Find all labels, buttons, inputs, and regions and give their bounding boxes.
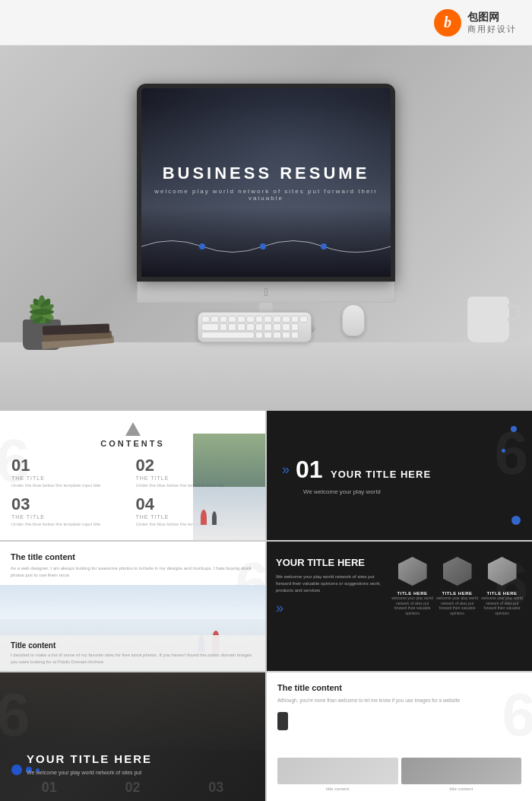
key — [264, 323, 272, 330]
plant-leaves-svg — [15, 266, 68, 323]
slide4-content: 6 YOUR TITLE HERE We welcome your play w… — [267, 542, 532, 671]
key — [255, 332, 264, 339]
screen-main-title: BUSINESS RESUME — [163, 164, 370, 183]
slide2-subtitle: We welcome your play world — [303, 488, 517, 495]
slide3-image: Title content I decided to make a list o… — [0, 585, 265, 671]
key — [299, 316, 308, 323]
contents-photo — [193, 434, 265, 540]
slide3-body2: I decided to make a list of some of my f… — [11, 652, 255, 665]
key — [282, 323, 290, 330]
key — [282, 332, 290, 339]
logo-icon: b — [434, 9, 461, 37]
thumb-label-2: title content — [401, 787, 522, 791]
keyboard — [198, 312, 312, 342]
watermark: 6 — [0, 426, 30, 496]
mouse — [342, 304, 365, 336]
key — [264, 332, 272, 339]
slide4-desc: We welcome your play world network of si… — [276, 574, 385, 594]
slide5-title: YOUR TITLE HERE — [27, 752, 239, 766]
contents-desc: Under the blue below the template input … — [11, 521, 130, 527]
key — [282, 316, 290, 323]
key — [201, 323, 219, 330]
triangle-icon — [125, 422, 141, 436]
avatar-1 — [391, 557, 433, 588]
key — [291, 332, 299, 339]
contents-item-3: 03 THE TITLE Under the blue below the te… — [11, 494, 130, 527]
avatar-2 — [436, 557, 478, 588]
avatar-hex-2 — [443, 557, 472, 586]
avatar-name-1: TITLE HERE welcome your play world netwo… — [391, 591, 433, 615]
key — [246, 323, 255, 330]
slide-thumb-3[interactable]: 6 The title content As a web designer, I… — [0, 542, 265, 671]
imac-chin:  — [137, 281, 395, 303]
slide4-left: YOUR TITLE HERE We welcome your play wor… — [276, 551, 385, 662]
slide6-content: 6 The title content Although, you're mor… — [267, 672, 532, 801]
svg-point-7 — [260, 243, 266, 250]
watermark: 6 — [502, 680, 533, 750]
mug-handle — [508, 304, 520, 321]
notebook-stack — [42, 335, 110, 354]
key — [291, 316, 299, 323]
screen-content: BUSINESS RESUME welcome play world netwo… — [141, 88, 391, 277]
key — [255, 316, 264, 323]
blue-dot-2 — [502, 449, 505, 453]
svg-point-6 — [199, 243, 205, 250]
screen-subtitle: welcome play world network of sites put … — [141, 188, 391, 202]
key — [264, 316, 272, 323]
thumb-img-2 — [401, 758, 522, 784]
thumb-item-1: title content — [277, 758, 398, 791]
key — [273, 332, 281, 339]
watermark: 6 — [0, 680, 30, 750]
slide-thumb-4[interactable]: 6 YOUR TITLE HERE We welcome your play w… — [267, 542, 532, 671]
key — [228, 323, 236, 330]
avatar-hex-1 — [398, 557, 427, 586]
avatar-row — [391, 557, 523, 588]
slide-thumb-6[interactable]: 6 The title content Although, you're mor… — [267, 672, 532, 801]
brand-logo: b 包图网 商用好设计 — [434, 9, 517, 37]
keyboard-keys — [198, 313, 311, 342]
thumb-img-1 — [277, 758, 398, 784]
slide-thumb-1[interactable]: 6 CONTENTS 01 THE TITLE Under the blue b… — [0, 411, 265, 540]
blue-dot-3 — [511, 516, 521, 525]
key — [246, 316, 255, 323]
key — [273, 316, 281, 323]
key — [201, 316, 210, 323]
mug-decoration — [467, 297, 509, 342]
bottom-thumb-row: title content title content — [277, 758, 521, 791]
hero-section: BUSINESS RESUME welcome play world netwo… — [0, 46, 532, 411]
slide2-num-title: 01 YOUR TITLE HERE — [296, 456, 431, 484]
imac-screen: BUSINESS RESUME welcome play world netwo… — [137, 84, 395, 281]
slide3-body: As a web designer, I am always looking f… — [11, 565, 255, 579]
slide5-subtitle: We welcome your play world network of si… — [27, 770, 239, 775]
avatar-name-2: TITLE HERE welcome your play world netwo… — [436, 591, 478, 615]
slide5-text: YOUR TITLE HERE We welcome your play wor… — [15, 741, 250, 787]
thumb-item-2: title content — [401, 758, 522, 791]
phone-icon — [277, 712, 288, 730]
slide3-heading2: Title content — [11, 641, 255, 650]
svg-point-5 — [30, 309, 54, 315]
logo-text: 包图网 商用好设计 — [467, 10, 517, 34]
thumb-label-1: title content — [277, 787, 398, 791]
slide3-top: The title content As a web designer, I a… — [0, 542, 265, 585]
slide3-overlay: Title content I decided to make a list o… — [0, 635, 265, 671]
chevron-icon: » — [282, 462, 290, 478]
slide-thumbnails: 6 CONTENTS 01 THE TITLE Under the blue b… — [0, 411, 532, 801]
imac-mockup: BUSINESS RESUME welcome play world netwo… — [122, 84, 410, 373]
key — [237, 316, 245, 323]
key — [228, 316, 236, 323]
slide3-heading: The title content — [11, 552, 255, 561]
slide-thumb-2[interactable]: 6 » 01 YOUR TITLE HERE We welcome your p… — [267, 411, 532, 540]
contents-num: 03 — [11, 494, 130, 514]
slide4-title: YOUR TITLE HERE — [276, 557, 385, 569]
blue-dot-1 — [511, 426, 517, 432]
slide2-title: YOUR TITLE HERE — [331, 469, 431, 480]
slide5-content: 6 YOUR TITLE HERE We welcome your play w… — [0, 672, 265, 801]
chevron-bottom: » — [276, 600, 385, 616]
slide6-body: Although, you're more than welcome to le… — [277, 697, 521, 704]
slide-thumb-5[interactable]: 6 YOUR TITLE HERE We welcome your play w… — [0, 672, 265, 801]
top-bar: b 包图网 商用好设计 — [0, 0, 532, 46]
key — [211, 316, 219, 323]
key — [273, 323, 281, 330]
key — [220, 323, 228, 330]
key — [220, 316, 228, 323]
